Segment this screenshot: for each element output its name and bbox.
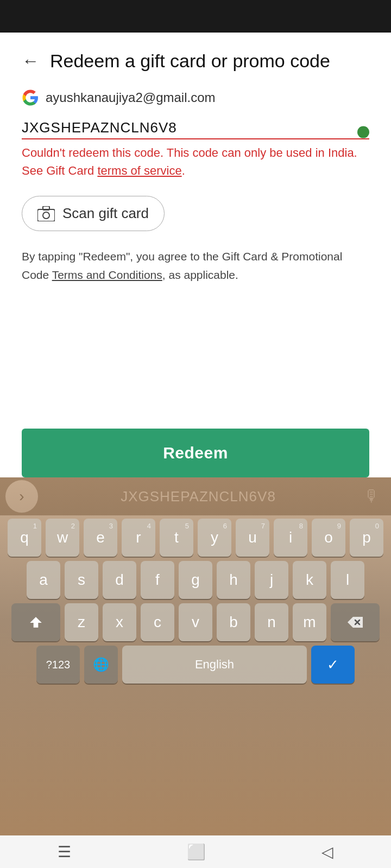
keyboard-row-3: z x c v b n m <box>2 603 389 641</box>
key-u[interactable]: 7u <box>236 519 269 557</box>
keyboard-row-bottom: ?123 🌐 English ✓ <box>2 646 389 684</box>
key-m[interactable]: m <box>293 603 326 641</box>
key-k[interactable]: k <box>293 561 326 599</box>
account-row: ayushkanaujiya2@gmail.com <box>22 89 369 106</box>
nav-back-icon[interactable]: ◁ <box>321 843 333 861</box>
camera-icon <box>37 206 55 221</box>
space-key[interactable]: English <box>122 646 307 684</box>
key-x[interactable]: x <box>103 603 136 641</box>
key-n[interactable]: n <box>255 603 288 641</box>
back-button[interactable]: ← <box>22 51 39 71</box>
terms-text: By tapping "Redeem", you agree to the Gi… <box>22 247 369 284</box>
scan-button-label: Scan gift card <box>62 205 149 222</box>
key-i[interactable]: 8i <box>274 519 307 557</box>
key-y[interactable]: 6y <box>198 519 231 557</box>
key-g[interactable]: g <box>179 561 212 599</box>
shift-icon <box>29 615 43 629</box>
key-s[interactable]: s <box>65 561 98 599</box>
page-title: Redeem a gift card or promo code <box>50 49 330 73</box>
enter-key[interactable]: ✓ <box>311 646 355 684</box>
key-v[interactable]: v <box>179 603 212 641</box>
key-h[interactable]: h <box>217 561 250 599</box>
key-o[interactable]: 9o <box>312 519 345 557</box>
key-w[interactable]: 2w <box>46 519 79 557</box>
account-email: ayushkanaujiya2@gmail.com <box>46 90 216 105</box>
navigation-bar: ☰ ⬜ ◁ <box>0 835 391 868</box>
svg-point-1 <box>43 212 49 219</box>
scan-gift-card-button[interactable]: Scan gift card <box>22 196 165 231</box>
key-l[interactable]: l <box>331 561 364 599</box>
code-input[interactable] <box>22 117 369 139</box>
status-bar <box>0 0 391 33</box>
keyboard: › JXGSHEPAZNCLN6V8 🎙 1q 2w 3e 4r 5t 6y 7… <box>0 477 391 835</box>
google-logo-icon <box>22 89 39 106</box>
backspace-icon <box>348 617 363 628</box>
terms-of-service-link[interactable]: terms of service <box>97 164 181 177</box>
header: ← Redeem a gift card or promo code <box>22 49 369 73</box>
key-q[interactable]: 1q <box>8 519 41 557</box>
terms-conditions-link[interactable]: Terms and Conditions <box>52 269 162 281</box>
key-z[interactable]: z <box>65 603 98 641</box>
symbols-key[interactable]: ?123 <box>36 646 80 684</box>
key-p[interactable]: 0p <box>350 519 383 557</box>
key-r[interactable]: 4r <box>122 519 155 557</box>
code-input-wrapper <box>22 117 369 139</box>
main-content: ← Redeem a gift card or promo code ayush… <box>0 33 391 284</box>
redeem-button[interactable]: Redeem <box>22 429 369 477</box>
key-j[interactable]: j <box>255 561 288 599</box>
cursor-indicator <box>357 126 369 138</box>
globe-key[interactable]: 🌐 <box>84 646 118 684</box>
key-c[interactable]: c <box>141 603 174 641</box>
nav-home-icon[interactable]: ⬜ <box>187 843 206 861</box>
nav-menu-icon[interactable]: ☰ <box>58 843 71 861</box>
svg-rect-0 <box>37 209 55 221</box>
key-a[interactable]: a <box>27 561 60 599</box>
key-f[interactable]: f <box>141 561 174 599</box>
error-message: Couldn't redeem this code. This code can… <box>22 144 369 180</box>
key-e[interactable]: 3e <box>84 519 117 557</box>
key-b[interactable]: b <box>217 603 250 641</box>
backspace-key[interactable] <box>331 603 380 641</box>
shift-key[interactable] <box>11 603 60 641</box>
key-d[interactable]: d <box>103 561 136 599</box>
keyboard-row-2: a s d f g h j k l <box>2 561 389 599</box>
key-t[interactable]: 5t <box>160 519 193 557</box>
